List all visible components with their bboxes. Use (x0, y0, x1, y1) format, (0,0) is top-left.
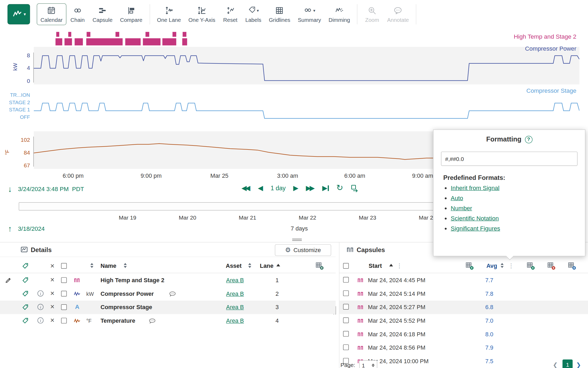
capsule-row[interactable]: Mar 24, 2024 6:18 PM 8.0 (339, 327, 588, 341)
column-header-asset[interactable]: Asset (226, 263, 242, 269)
row-checkbox[interactable] (61, 318, 67, 323)
capsule-segment[interactable] (56, 32, 59, 37)
item-tools-icon[interactable] (22, 317, 28, 325)
table-row[interactable]: × High Temp and Stage 2 Area B 1 (0, 274, 336, 287)
row-checkbox[interactable] (61, 304, 67, 310)
remove-icon[interactable]: × (50, 276, 55, 283)
capsule-segment[interactable] (64, 38, 72, 46)
column-menu-icon[interactable]: ⋮ (396, 262, 402, 269)
sort-icon[interactable] (501, 263, 504, 268)
toolbar-summary-button[interactable]: ▾ Summary (294, 3, 325, 25)
comment-icon[interactable] (149, 318, 156, 325)
toolbar-one-y-axis-button[interactable]: One Y-Axis (185, 3, 219, 25)
stage-lane-label[interactable]: Compressor Stage (526, 87, 577, 94)
investigate-start-arrow-icon[interactable]: ↓ (8, 184, 12, 194)
asset-link[interactable]: Area B (226, 277, 244, 284)
step-forward-button[interactable]: ▶ (293, 185, 298, 191)
investigate-range-duration[interactable]: 7 days (282, 225, 316, 232)
lane-compressor-stage[interactable] (34, 90, 579, 125)
item-name[interactable]: High Temp and Stage 2 (100, 277, 164, 284)
skip-to-now-button[interactable]: ▶ (322, 185, 329, 191)
item-tools-icon[interactable] (22, 277, 28, 285)
row-checkbox[interactable] (61, 277, 67, 283)
table-row[interactable]: i × °F Temperature Area B 4 (0, 314, 336, 328)
row-checkbox[interactable] (343, 317, 349, 323)
capsule-segment[interactable] (86, 38, 123, 46)
row-checkbox[interactable] (343, 331, 349, 337)
column-header-lane[interactable]: Lane (260, 263, 273, 269)
add-property-column-icon[interactable] (568, 262, 576, 271)
spinner-icon[interactable] (371, 364, 374, 367)
toolbar-chain-button[interactable]: Chain (66, 3, 89, 25)
capsule-track[interactable] (34, 32, 579, 47)
current-page-button[interactable]: 1 (562, 359, 573, 368)
capsule-row[interactable]: Mar 24, 2024 5:14 PM 7.8 (339, 287, 588, 301)
refresh-icon[interactable]: ↻ (336, 184, 343, 192)
sort-ascending-icon[interactable] (276, 264, 280, 266)
toolbar-annotate-button[interactable]: Annotate (383, 3, 413, 25)
capsule-segment[interactable] (56, 38, 62, 46)
remove-column-icon[interactable] (548, 262, 556, 271)
toolbar-gridlines-button[interactable]: Gridlines (265, 3, 294, 25)
toolbar-calendar-button[interactable]: Calendar (37, 3, 66, 25)
capsule-segment[interactable] (146, 32, 149, 37)
format-input[interactable] (441, 152, 578, 166)
format-option-link[interactable]: Number (451, 205, 472, 211)
remove-icon[interactable]: × (50, 303, 55, 310)
capsule-segment[interactable] (182, 38, 187, 46)
row-checkbox[interactable] (343, 304, 349, 310)
capsule-row[interactable]: Mar 24, 2024 5:27 PM 6.8 (339, 301, 588, 314)
capsule-segment[interactable] (125, 38, 141, 46)
page-select[interactable]: 1 (359, 360, 377, 368)
column-header-avg[interactable]: Avg (486, 263, 497, 269)
capsule-segment[interactable] (87, 32, 90, 37)
item-name[interactable]: Compressor Power (100, 290, 154, 297)
add-stat-column-icon[interactable] (527, 262, 535, 271)
asset-link[interactable]: Area B (226, 317, 244, 324)
lane-compressor-power[interactable] (34, 47, 579, 84)
capsule-segment[interactable] (68, 32, 71, 37)
remove-all-icon[interactable]: × (50, 262, 55, 269)
column-header-start[interactable]: Start (369, 263, 382, 269)
sort-icon[interactable] (248, 263, 251, 268)
capsule-segment[interactable] (162, 38, 176, 46)
capsule-lane-label[interactable]: High Temp and Stage 2 (514, 33, 576, 40)
sort-icon[interactable] (90, 263, 93, 268)
toolbar-zoom-button[interactable]: Zoom (361, 3, 383, 25)
customize-button[interactable]: ⚙ Customize (275, 244, 331, 256)
remove-icon[interactable]: × (50, 290, 55, 297)
investigate-range-start[interactable]: 3/18/2024 (18, 225, 45, 232)
capsule-segment[interactable] (75, 38, 83, 46)
capsule-row[interactable]: Mar 24, 2024 5:52 PM 7.0 (339, 314, 588, 328)
step-forward-fast-button[interactable]: ▶▶ (306, 185, 315, 191)
display-range-start[interactable]: 3/24/2024 3:48 PM PDT (18, 186, 84, 192)
row-checkbox[interactable] (343, 345, 349, 350)
format-option-link[interactable]: Auto (451, 195, 463, 201)
help-icon[interactable]: ? (525, 136, 532, 143)
table-row[interactable]: i × A Compressor Stage Area B 3 (0, 301, 336, 314)
investigate-range-arrow-icon[interactable]: ↑ (8, 224, 12, 234)
item-name[interactable]: Compressor Stage (100, 304, 152, 311)
next-page-icon[interactable]: ❯ (576, 361, 581, 368)
capsule-segment[interactable] (116, 32, 119, 37)
row-checkbox[interactable] (61, 291, 67, 296)
sort-icon[interactable] (124, 263, 127, 268)
add-column-icon[interactable] (316, 262, 324, 271)
row-checkbox[interactable] (343, 277, 349, 282)
toolbar-capsule-button[interactable]: Capsule (89, 3, 116, 25)
comment-icon[interactable] (169, 291, 176, 298)
copy-range-icon[interactable] (351, 184, 359, 192)
info-icon[interactable]: i (38, 290, 44, 297)
item-tools-icon[interactable] (22, 304, 28, 312)
capsule-row[interactable]: Mar 24, 2024 4:45 PM 7.7 (339, 274, 588, 287)
asset-link[interactable]: Area B (226, 290, 244, 297)
capsule-segment[interactable] (143, 38, 161, 46)
capsule-row[interactable]: Mar 24, 2024 8:56 PM 7.9 (339, 341, 588, 355)
info-icon[interactable]: i (38, 317, 44, 323)
step-back-button[interactable]: ◀ (258, 185, 263, 191)
format-option-link[interactable]: Significant Figures (451, 225, 500, 232)
sort-ascending-icon[interactable] (389, 264, 393, 266)
prev-page-icon[interactable]: ❮ (553, 361, 558, 368)
format-option-link[interactable]: Scientific Notation (451, 215, 499, 221)
power-lane-label[interactable]: Compressor Power (525, 45, 577, 52)
